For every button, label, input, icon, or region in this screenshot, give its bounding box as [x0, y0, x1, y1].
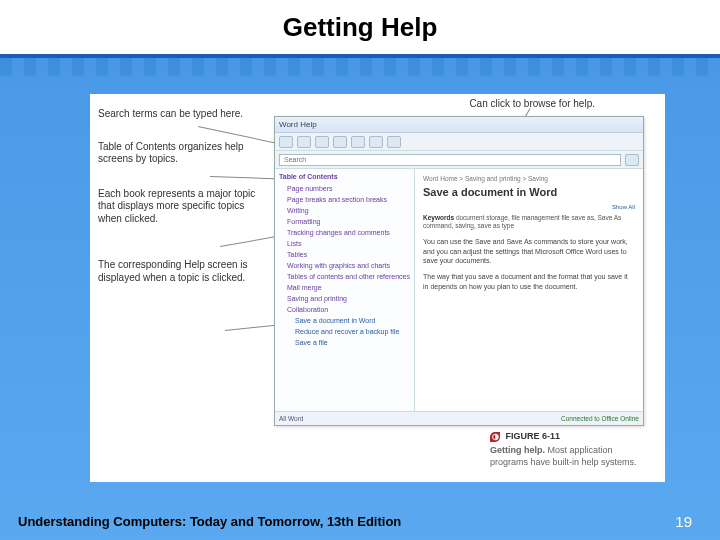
window-titlebar: Word Help: [275, 117, 643, 133]
refresh-button[interactable]: [333, 136, 347, 148]
search-row: Search: [275, 151, 643, 169]
callout-2: Table of Contents organizes help screens…: [98, 141, 268, 166]
help-article-panel: Word Home > Saving and printing > Saving…: [415, 169, 643, 411]
print-button[interactable]: [369, 136, 383, 148]
toc-panel: Table of Contents Page numbers Page brea…: [275, 169, 415, 411]
stop-button[interactable]: [315, 136, 329, 148]
toc-item[interactable]: Tables: [279, 249, 410, 260]
search-placeholder: Search: [284, 156, 306, 163]
toc-item[interactable]: Page breaks and section breaks: [279, 194, 410, 205]
keywords-label: Keywords: [423, 214, 454, 221]
toc-item[interactable]: Lists: [279, 238, 410, 249]
app-body: Table of Contents Page numbers Page brea…: [275, 169, 643, 411]
toc-item[interactable]: Formatting: [279, 216, 410, 227]
slide-title: Getting Help: [283, 12, 438, 43]
figure-area: Can click to browse for help. Search ter…: [90, 94, 665, 482]
show-all-link[interactable]: Show All: [423, 204, 635, 210]
figure-caption-bold: Getting help.: [490, 445, 545, 455]
search-input[interactable]: Search: [279, 154, 621, 166]
search-button[interactable]: [625, 154, 639, 166]
toc-item[interactable]: Saving and printing: [279, 293, 410, 304]
page-number: 19: [675, 513, 692, 530]
toc-item[interactable]: Page numbers: [279, 183, 410, 194]
article-body-2: The way that you save a document and the…: [423, 272, 635, 292]
toc-item[interactable]: Tables of contents and other references: [279, 271, 410, 282]
font-button[interactable]: [387, 136, 401, 148]
article-title: Save a document in Word: [423, 186, 635, 198]
callout-top: Can click to browse for help.: [469, 98, 595, 109]
toc-item[interactable]: Collaboration: [279, 304, 410, 315]
status-right: Connected to Office Online: [561, 415, 639, 422]
decorative-strip: [0, 58, 720, 76]
home-button[interactable]: [351, 136, 365, 148]
callout-4: The corresponding Help screen is display…: [98, 259, 268, 284]
toc-item[interactable]: Working with graphics and charts: [279, 260, 410, 271]
toc-item[interactable]: Writing: [279, 205, 410, 216]
callouts-left: Search terms can be typed here. Table of…: [98, 108, 268, 304]
breadcrumb: Word Home > Saving and printing > Saving: [423, 175, 635, 182]
toc-subitem[interactable]: Save a document in Word: [279, 315, 410, 326]
toolbar: [275, 133, 643, 151]
figure-number: ◑ FIGURE 6-11: [490, 430, 640, 442]
status-bar: All Word Connected to Office Online: [275, 411, 643, 425]
back-button[interactable]: [279, 136, 293, 148]
status-left: All Word: [279, 415, 303, 422]
toc-header: Table of Contents: [279, 173, 410, 180]
callout-3: Each book represents a major topic that …: [98, 188, 268, 226]
keywords-row: Keywords document storage, file manageme…: [423, 214, 635, 231]
forward-button[interactable]: [297, 136, 311, 148]
toc-item[interactable]: Tracking changes and comments: [279, 227, 410, 238]
slide-footer: Understanding Computers: Today and Tomor…: [0, 502, 720, 540]
toc-subitem[interactable]: Save a file: [279, 337, 410, 348]
toc-subitem[interactable]: Reduce and recover a backup file: [279, 326, 410, 337]
footer-text: Understanding Computers: Today and Tomor…: [18, 514, 401, 529]
figure-number-text: FIGURE 6-11: [506, 431, 561, 441]
help-window: Word Help Search Table of Contents Page …: [274, 116, 644, 426]
article-body-1: You can use the Save and Save As command…: [423, 237, 635, 266]
callout-1: Search terms can be typed here.: [98, 108, 268, 121]
slide-header: Getting Help: [0, 0, 720, 58]
figure-caption: ◑ FIGURE 6-11 Getting help. Most applica…: [490, 430, 640, 468]
toc-item[interactable]: Mail merge: [279, 282, 410, 293]
window-title-text: Word Help: [279, 120, 317, 129]
figure-icon: ◑: [490, 432, 500, 442]
